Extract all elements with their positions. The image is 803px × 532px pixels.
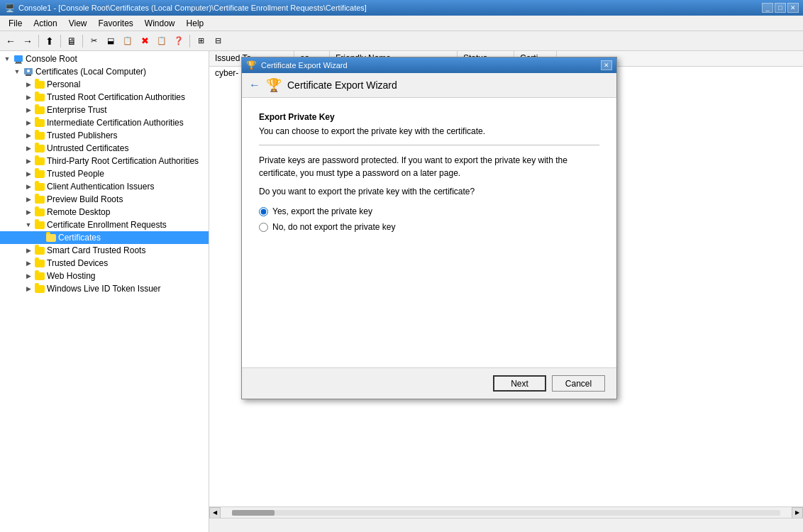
tree-item-untrusted-certs[interactable]: ▶ Untrusted Certificates [0,142,209,155]
menu-view[interactable]: View [63,16,93,31]
tree-label-certificates-local: Certificates (Local Computer) [35,67,146,77]
intermediate-ca-icon [34,117,45,128]
expand-trusted-people[interactable]: ▶ [23,168,34,179]
tree-item-trusted-root[interactable]: ▶ Trusted Root Certification Authorities [0,91,209,104]
view2-button[interactable]: ⊟ [210,33,226,49]
svg-rect-2 [15,63,22,64]
toolbar: ← → ⬆ 🖥 ✂ ⬓ 📋 ✖ 📋 ❓ ⊞ ⊟ [0,31,803,51]
help-button[interactable]: ❓ [171,33,187,49]
tree-label-trusted-people: Trusted People [47,169,104,179]
tree-label-third-party: Third-Party Root Certification Authoriti… [47,156,199,166]
web-hosting-icon [34,270,45,282]
menu-file[interactable]: File [3,16,28,31]
delete-button[interactable]: ✖ [137,33,153,49]
tree-item-certificates[interactable]: Certificates [0,231,209,244]
expand-personal[interactable]: ▶ [23,79,34,90]
certificates-local-icon [23,66,34,77]
menu-favorites[interactable]: Favorites [93,16,139,31]
tree-item-personal[interactable]: ▶ Personal [0,78,209,91]
next-button[interactable]: Next [493,375,546,392]
back-button[interactable]: ← [3,33,18,49]
radio-yes-input[interactable] [259,207,268,216]
expand-trusted-publishers[interactable]: ▶ [23,130,34,141]
tree-item-intermediate-ca[interactable]: ▶ Intermediate Certification Authorities [0,116,209,129]
tree-item-windows-live[interactable]: ▶ Windows Live ID Token Issuer [0,282,209,295]
expand-third-party[interactable]: ▶ [23,155,34,167]
toolbar-sep-4 [189,35,190,48]
expand-enterprise-trust[interactable]: ▶ [23,104,34,116]
view-button[interactable]: ⊞ [193,33,209,49]
personal-icon [34,79,45,90]
remote-desktop-icon [34,206,45,218]
tree-label-untrusted-certs: Untrusted Certificates [47,143,128,153]
cancel-button[interactable]: Cancel [552,375,605,392]
expand-certificates-local[interactable]: ▼ [11,66,23,77]
expand-console-root[interactable]: ▼ [1,53,13,65]
expand-preview-build[interactable]: ▶ [23,194,34,205]
dialog-content: Export Private Key You can choose to exp… [242,98,616,367]
paste-button[interactable]: 📋 [120,33,135,49]
scroll-track[interactable] [232,510,780,516]
cut-button[interactable]: ✂ [86,33,101,49]
expand-intermediate-ca[interactable]: ▶ [23,117,34,128]
third-party-icon [34,155,45,167]
radio-no-input[interactable] [259,223,268,232]
expand-trusted-root[interactable]: ▶ [23,92,34,103]
tree-item-third-party[interactable]: ▶ Third-Party Root Certification Authori… [0,155,209,167]
menu-help[interactable]: Help [181,16,210,31]
radio-no-option[interactable]: No, do not export the private key [259,222,599,232]
trusted-devices-icon [34,257,45,269]
tree-item-client-auth[interactable]: ▶ Client Authentication Issuers [0,180,209,193]
tree-label-personal: Personal [47,79,80,89]
svg-rect-1 [16,62,21,63]
show-hide-button[interactable]: 🖥 [64,33,79,49]
tree-item-enterprise-trust[interactable]: ▶ Enterprise Trust [0,104,209,116]
tree-item-remote-desktop[interactable]: ▶ Remote Desktop [0,206,209,218]
copy-button[interactable]: ⬓ [103,33,118,49]
scroll-left[interactable]: ◀ [209,507,221,519]
expand-remote-desktop[interactable]: ▶ [23,206,34,218]
minimize-button[interactable]: _ [762,3,773,13]
tree-item-web-hosting[interactable]: ▶ Web Hosting [0,270,209,282]
tree-item-certificates-local[interactable]: ▼ Certificates (Local Computer) [0,65,209,78]
expand-trusted-devices[interactable]: ▶ [23,257,34,269]
tree-item-trusted-devices[interactable]: ▶ Trusted Devices [0,257,209,270]
tree-item-cert-enrollment[interactable]: ▼ Certificate Enrollment Requests [0,218,209,231]
scroll-right[interactable]: ▶ [792,507,803,519]
radio-yes-option[interactable]: Yes, export the private key [259,206,599,216]
properties-button[interactable]: 📋 [154,33,170,49]
tree-label-certificates: Certificates [58,233,101,243]
radio-yes-label: Yes, export the private key [272,206,372,216]
tree-item-console-root[interactable]: ▼ Console Root [0,52,209,65]
horizontal-scrollbar[interactable]: ◀ ▶ [209,506,803,518]
menu-action[interactable]: Action [28,16,62,31]
untrusted-certs-icon [34,143,45,154]
app-icon: 🖥️ [4,2,16,13]
expand-client-auth[interactable]: ▶ [23,181,34,192]
expand-smart-card[interactable]: ▶ [23,245,34,256]
maximize-button[interactable]: □ [775,3,786,13]
dialog-close-button[interactable]: ✕ [601,60,612,70]
up-button[interactable]: ⬆ [42,33,57,49]
expand-windows-live[interactable]: ▶ [23,283,34,294]
tree-item-trusted-people[interactable]: ▶ Trusted People [0,167,209,180]
tree-item-trusted-publishers[interactable]: ▶ Trusted Publishers [0,129,209,142]
forward-button[interactable]: → [20,33,35,49]
tree-label-preview-build: Preview Build Roots [47,194,123,204]
menu-window[interactable]: Window [139,16,181,31]
expand-web-hosting[interactable]: ▶ [23,270,34,282]
dialog-wizard-icon: 🏆 [266,77,282,93]
radio-no-label: No, do not export the private key [272,222,395,232]
tree-item-preview-build[interactable]: ▶ Preview Build Roots [0,193,209,206]
expand-untrusted-certs[interactable]: ▶ [23,143,34,154]
menu-bar: File Action View Favorites Window Help [0,16,803,31]
dialog-back-arrow[interactable]: ← [249,79,260,92]
expand-cert-enrollment[interactable]: ▼ [23,219,34,231]
toolbar-sep-1 [38,35,39,48]
tree-item-smart-card[interactable]: ▶ Smart Card Trusted Roots [0,244,209,257]
scroll-thumb[interactable] [232,510,275,516]
dialog-section-desc: You can choose to export the private key… [259,126,599,136]
close-window-button[interactable]: ✕ [787,3,799,13]
tree-label-client-auth: Client Authentication Issuers [47,182,154,192]
expand-certificates [34,232,45,243]
